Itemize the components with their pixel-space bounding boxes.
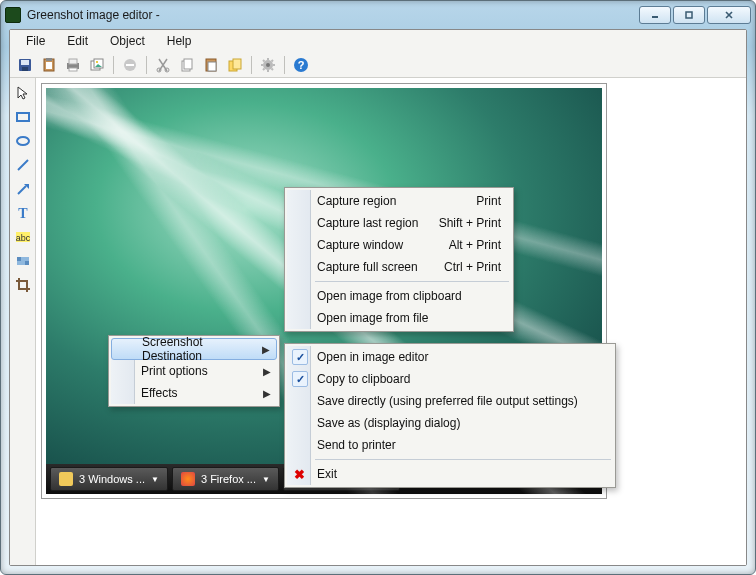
taskbar-item-windows: 3 Windows ... ▼ (50, 467, 168, 491)
svg-rect-5 (21, 60, 29, 65)
help-icon[interactable]: ? (290, 54, 312, 76)
print-icon[interactable] (62, 54, 84, 76)
settings-icon[interactable] (257, 54, 279, 76)
crop-tool-icon[interactable] (12, 274, 34, 296)
line-tool-icon[interactable] (12, 154, 34, 176)
clipboard-icon[interactable] (38, 54, 60, 76)
svg-line-41 (18, 186, 26, 194)
svg-point-39 (17, 137, 29, 145)
svg-rect-25 (233, 59, 241, 69)
svg-line-32 (263, 60, 265, 62)
menubar: File Edit Object Help (10, 30, 746, 52)
text-tool-icon[interactable]: T (12, 202, 34, 224)
svg-rect-47 (25, 261, 29, 265)
paste-icon[interactable] (200, 54, 222, 76)
svg-line-34 (263, 68, 265, 70)
svg-rect-12 (69, 68, 77, 71)
taskbar-label: 3 Firefox ... (201, 473, 256, 485)
ctx-item-save-as[interactable]: Save as (displaying dialog) (287, 412, 613, 434)
svg-rect-17 (126, 64, 134, 66)
check-icon: ✓ (292, 371, 308, 387)
ctx-item-capture-last-region[interactable]: Capture last region Shift + Print (287, 212, 511, 234)
copy-image-icon[interactable] (86, 54, 108, 76)
taskbar-item-firefox: 3 Firefox ... ▼ (172, 467, 279, 491)
svg-point-15 (96, 61, 98, 63)
taskbar-label: 3 Windows ... (79, 473, 145, 485)
ctx-item-screenshot-destination[interactable]: Screenshot Destination ▶ (111, 338, 277, 360)
pointer-tool-icon[interactable] (12, 82, 34, 104)
window-frame: Greenshot image editor - File Edit Objec… (0, 0, 756, 575)
menu-object[interactable]: Object (100, 31, 155, 51)
close-icon: ✖ (294, 467, 305, 482)
ctx-item-capture-window[interactable]: Capture window Alt + Print (287, 234, 511, 256)
window-title: Greenshot image editor - (27, 8, 160, 22)
delete-icon[interactable] (119, 54, 141, 76)
svg-line-35 (272, 60, 274, 62)
separator (113, 56, 114, 74)
ctx-item-exit[interactable]: ✖ Exit (287, 463, 613, 485)
svg-rect-38 (17, 113, 29, 121)
close-button[interactable] (707, 6, 751, 24)
separator (146, 56, 147, 74)
copy-icon[interactable] (176, 54, 198, 76)
separator (315, 459, 611, 460)
ctx-item-print-options[interactable]: Print options ▶ (111, 360, 277, 382)
svg-rect-21 (184, 59, 192, 69)
app-icon (5, 7, 21, 23)
svg-rect-23 (208, 62, 216, 71)
arrow-tool-icon[interactable] (12, 178, 34, 200)
ctx-item-capture-full-screen[interactable]: Capture full screen Ctrl + Print (287, 256, 511, 278)
duplicate-icon[interactable] (224, 54, 246, 76)
separator (315, 281, 509, 282)
svg-rect-46 (17, 257, 21, 261)
svg-text:abc: abc (15, 233, 30, 243)
ctx-item-open-clipboard[interactable]: Open image from clipboard (287, 285, 511, 307)
separator (284, 56, 285, 74)
svg-rect-6 (22, 67, 28, 71)
ellipse-tool-icon[interactable] (12, 130, 34, 152)
svg-rect-11 (69, 59, 77, 64)
context-menu-destination: Screenshot Destination ▶ Print options ▶… (108, 335, 280, 407)
ctx-item-capture-region[interactable]: Capture region Print (287, 190, 511, 212)
ctx-item-open-editor[interactable]: ✓ Open in image editor (287, 346, 613, 368)
obfuscate-tool-icon[interactable] (12, 250, 34, 272)
cut-icon[interactable] (152, 54, 174, 76)
svg-point-27 (266, 63, 270, 67)
ctx-item-effects[interactable]: Effects ▶ (111, 382, 277, 404)
left-toolbox: T abc (10, 78, 36, 565)
canvas-area[interactable]: 3 Windows ... ▼ 3 Firefox ... ▼ 20120330… (36, 78, 746, 565)
menu-help[interactable]: Help (157, 31, 202, 51)
svg-rect-8 (46, 58, 52, 61)
ctx-item-open-file[interactable]: Open image from file (287, 307, 511, 329)
toolbar: ? (10, 52, 746, 78)
save-icon[interactable] (14, 54, 36, 76)
context-menu-capture: Capture region Print Capture last region… (284, 187, 514, 332)
chevron-right-icon: ▶ (262, 344, 270, 355)
svg-rect-9 (46, 62, 52, 69)
maximize-button[interactable] (673, 6, 705, 24)
menu-file[interactable]: File (16, 31, 55, 51)
highlight-tool-icon[interactable]: abc (12, 226, 34, 248)
check-icon: ✓ (292, 349, 308, 365)
svg-line-33 (272, 68, 274, 70)
rect-tool-icon[interactable] (12, 106, 34, 128)
chevron-right-icon: ▶ (263, 388, 271, 399)
ctx-item-save-directly[interactable]: Save directly (using preferred file outp… (287, 390, 613, 412)
svg-line-40 (18, 160, 28, 170)
svg-text:?: ? (298, 59, 305, 71)
separator (251, 56, 252, 74)
context-menu-destination-sub: ✓ Open in image editor ✓ Copy to clipboa… (284, 343, 616, 488)
svg-rect-1 (686, 12, 692, 18)
titlebar[interactable]: Greenshot image editor - (1, 1, 755, 29)
ctx-item-copy-clipboard[interactable]: ✓ Copy to clipboard (287, 368, 613, 390)
chevron-right-icon: ▶ (263, 366, 271, 377)
svg-text:T: T (18, 206, 28, 221)
menu-edit[interactable]: Edit (57, 31, 98, 51)
client-area: File Edit Object Help ? (9, 29, 747, 566)
ctx-item-send-printer[interactable]: Send to printer (287, 434, 613, 456)
minimize-button[interactable] (639, 6, 671, 24)
